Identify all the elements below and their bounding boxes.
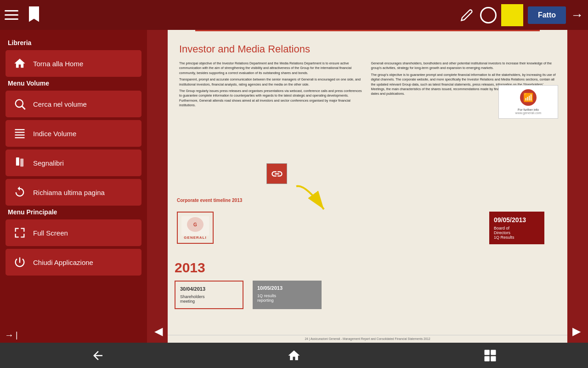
- yellow-arrow-annotation: [287, 182, 342, 218]
- sidebar-section-principale: Menu Principale: [6, 208, 141, 216]
- power-icon: [12, 254, 28, 270]
- year-label: 2013: [175, 260, 205, 276]
- event-date: 09/05/2013: [494, 216, 540, 224]
- search-button-label: Cerca nel volume: [33, 100, 87, 108]
- svg-rect-13: [484, 350, 489, 355]
- svg-rect-5: [15, 137, 25, 138]
- fullscreen-icon: [12, 225, 28, 241]
- search-button[interactable]: Cerca nel volume: [6, 91, 141, 117]
- toolbar-left-group: [5, 6, 42, 24]
- bookmarks-button-label: Segnalibri: [33, 159, 64, 167]
- body-para4: Generali encourages shareholders, bondho…: [371, 61, 556, 71]
- page-nav-left[interactable]: ◀: [149, 322, 168, 340]
- timeline-box-2: 10/05/2013 1Q results reporting: [253, 281, 322, 309]
- color-swatch[interactable]: [501, 4, 523, 26]
- timeline-date-2: 10/05/2013: [257, 285, 317, 291]
- last-page-icon: [12, 184, 28, 200]
- index-button[interactable]: Indice Volume: [6, 120, 141, 147]
- timeline-date-1: 30/04/2013: [180, 286, 238, 292]
- fatto-button[interactable]: Fatto: [528, 6, 566, 24]
- timeline-event-2: 1Q results reporting: [257, 293, 317, 303]
- svg-line-1: [22, 106, 25, 109]
- fullscreen-button-label: Full Screen: [33, 229, 68, 237]
- home-icon: [12, 56, 28, 71]
- info-box: 📶 For further info www.generali.com: [498, 85, 558, 119]
- event-description: Board of Directors 1Q Results: [494, 226, 540, 240]
- svg-rect-8: [20, 159, 23, 167]
- back-nav-button[interactable]: [79, 345, 116, 366]
- circle-tool-icon[interactable]: [480, 7, 497, 23]
- bookmarks-button[interactable]: Segnalibri: [6, 150, 141, 176]
- sidebar-section-volume: Menu Volume: [6, 80, 141, 87]
- bookmarks-icon: [12, 155, 28, 171]
- svg-rect-2: [15, 129, 25, 130]
- next-arrow-button[interactable]: →: [571, 8, 583, 23]
- top-toolbar: Fatto →: [0, 0, 588, 30]
- event-date-box: 09/05/2013 Board of Directors 1Q Results: [489, 212, 544, 244]
- menu-icon[interactable]: [5, 6, 22, 24]
- link-icon-box[interactable]: [266, 163, 287, 184]
- svg-point-0: [16, 100, 23, 107]
- bottom-navigation-bar: [0, 343, 588, 368]
- search-icon: [12, 96, 28, 112]
- toolbar-right-group: Fatto →: [458, 4, 583, 26]
- sidebar-section-libreria: Libreria: [6, 39, 141, 46]
- sidebar-nav-arrow[interactable]: → |: [5, 330, 18, 340]
- body-para1: The principal objective of the Investor …: [179, 61, 364, 75]
- document-page: Investor and Media Relations The princip…: [168, 30, 567, 343]
- generali-name: GENERALI: [184, 236, 206, 240]
- fullscreen-button[interactable]: Full Screen: [6, 219, 141, 246]
- close-app-button-label: Chiudi Applicazione: [33, 259, 93, 266]
- document-title: Investor and Media Relations: [179, 42, 556, 57]
- last-page-button-label: Richiama ultima pagina: [33, 189, 105, 196]
- svg-rect-14: [491, 350, 496, 355]
- timeline-box-1: 30/04/2013 Shareholders meeting: [175, 281, 243, 309]
- svg-rect-15: [484, 356, 489, 361]
- last-page-button[interactable]: Richiama ultima pagina: [6, 179, 141, 206]
- bookmark-icon[interactable]: [29, 6, 42, 24]
- svg-rect-3: [15, 132, 25, 133]
- event-section-title: Corporate event timeline 2013: [177, 198, 242, 203]
- info-box-text: For further info: [503, 108, 554, 111]
- home-button-label: Torna alla Home: [33, 60, 83, 68]
- wifi-icon: 📶: [520, 89, 537, 106]
- close-app-button[interactable]: Chiudi Applicazione: [6, 249, 141, 276]
- svg-rect-16: [491, 356, 496, 361]
- timeline-area: 30/04/2013 Shareholders meeting 10/05/20…: [175, 281, 560, 309]
- svg-rect-4: [15, 134, 25, 135]
- pencil-tool-icon[interactable]: [458, 6, 475, 24]
- info-box-url: www.generali.com: [503, 111, 554, 115]
- body-para2: Transparent, prompt and accurate communi…: [179, 77, 364, 87]
- timeline-event-1: Shareholders meeting: [180, 294, 238, 304]
- index-icon: [12, 126, 28, 141]
- sidebar: Libreria Torna alla Home Menu Volume Cer…: [0, 30, 147, 343]
- generali-logo: G GENERALI: [177, 212, 214, 244]
- home-nav-button[interactable]: [276, 345, 312, 366]
- body-para3: The Group regularly issues press release…: [179, 89, 364, 108]
- svg-text:G: G: [193, 222, 197, 227]
- page-nav-right[interactable]: ▶: [567, 322, 586, 340]
- home-button[interactable]: Torna alla Home: [6, 50, 141, 77]
- apps-nav-button[interactable]: [472, 345, 509, 366]
- document-footer: 24 | Assicurazioni Generali - Management…: [168, 335, 567, 340]
- main-content: Investor and Media Relations The princip…: [147, 30, 588, 343]
- index-button-label: Indice Volume: [33, 130, 76, 138]
